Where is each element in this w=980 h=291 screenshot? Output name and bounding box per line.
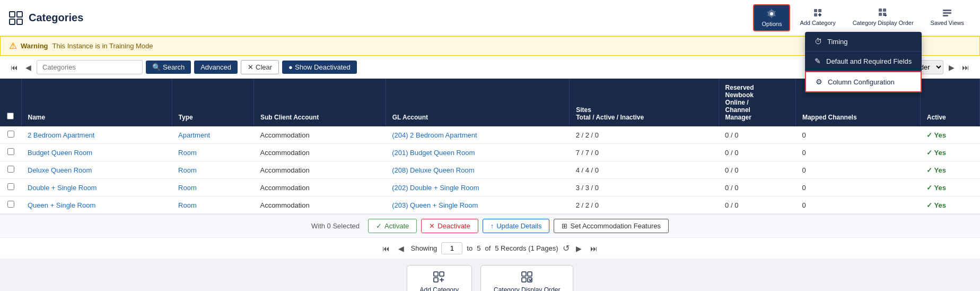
column-config-menu-item[interactable]: ⚙ Column Configuration (805, 71, 922, 92)
row-checkbox[interactable] (7, 148, 14, 155)
display-order-icon (878, 7, 888, 18)
upload-icon: ↑ (491, 222, 494, 230)
row-reserved: 0 / 0 (719, 196, 795, 214)
search-button[interactable]: 🔍 Search (146, 61, 191, 74)
search-input[interactable] (37, 60, 143, 74)
add-category-button[interactable]: Add Category (792, 4, 843, 31)
table-row: 2 Bedroom Apartment Apartment Accommodat… (0, 126, 980, 144)
options-icon (766, 8, 777, 19)
type-link[interactable]: Room (178, 166, 197, 174)
row-checkbox-cell (0, 161, 21, 179)
categories-table-container: Name Type Sub Client Account GL Account … (0, 79, 980, 214)
type-link[interactable]: Room (178, 149, 197, 157)
advanced-button[interactable]: Advanced (194, 61, 238, 74)
page-prev-button[interactable]: ◀ (396, 243, 406, 254)
saved-views-button[interactable]: Saved Views (923, 4, 972, 31)
add-category-bottom-icon (433, 271, 445, 284)
gl-account-link[interactable]: (208) Deluxe Queen Room (392, 166, 474, 174)
gl-account-header: GL Account (386, 79, 569, 126)
gl-account-link[interactable]: (202) Double + Single Room (392, 184, 479, 192)
gl-account-link[interactable]: (201) Budget Queen Room (392, 149, 475, 157)
name-link[interactable]: Double + Single Room (28, 184, 97, 192)
circle-icon: ● (288, 63, 293, 71)
saved-views-icon (942, 7, 952, 18)
row-active: ✓ Yes (920, 161, 979, 179)
top-header: Categories Options Add Category (0, 0, 980, 36)
row-checkbox[interactable] (7, 201, 14, 208)
pagination-bar: ⏮ ◀ Showing to 5 of 5 Records (1 Pages) … (0, 237, 980, 259)
active-header: Active (920, 79, 979, 126)
search-icon: 🔍 (152, 63, 161, 71)
update-details-button[interactable]: ↑ Update Details (483, 219, 550, 233)
name-link[interactable]: Budget Queen Room (28, 149, 92, 157)
table-row: Double + Single Room Room Accommodation … (0, 179, 980, 196)
page-next-button[interactable]: ▶ (574, 243, 584, 254)
category-display-order-bottom-button[interactable]: Category Display Order (480, 265, 573, 291)
to-value: 5 (477, 244, 480, 252)
row-type: Apartment (172, 126, 253, 144)
name-link[interactable]: Queen + Single Room (28, 201, 95, 209)
set-features-button[interactable]: ⊞ Set Accommodation Features (554, 219, 669, 233)
page-title: Categories (8, 11, 83, 25)
row-sub-client: Accommodation (253, 161, 386, 179)
options-button[interactable]: Options (753, 4, 790, 31)
timing-menu-item[interactable]: ⏱ Timing (805, 32, 922, 52)
row-gl-account: (204) 2 Bedroom Apartment (386, 126, 569, 144)
svg-rect-5 (814, 9, 817, 12)
svg-rect-20 (522, 278, 526, 282)
clear-button[interactable]: ✕ Clear (241, 60, 279, 74)
of-label: of (485, 244, 491, 252)
warning-badge: Warning (21, 42, 48, 50)
nav-next-button[interactable]: ▶ (947, 62, 957, 73)
reserved-header: ReservedNewbookOnline /ChannelManager (719, 79, 795, 126)
svg-rect-18 (522, 272, 526, 276)
gl-account-link[interactable]: (203) Queen + Single Room (392, 201, 478, 209)
row-reserved: 0 / 0 (719, 161, 795, 179)
row-reserved: 0 / 0 (719, 179, 795, 196)
category-display-order-button[interactable]: Category Display Order (845, 4, 921, 31)
grid-icon: ⊞ (562, 222, 567, 230)
row-gl-account: (208) Deluxe Queen Room (386, 161, 569, 179)
select-all-checkbox[interactable] (7, 113, 14, 119)
table-row: Deluxe Queen Room Room Accommodation (20… (0, 161, 980, 179)
timing-icon: ⏱ (815, 37, 822, 46)
row-checkbox-cell (0, 126, 21, 144)
row-checkbox[interactable] (7, 131, 14, 138)
type-link[interactable]: Room (178, 184, 197, 192)
add-category-bottom-button[interactable]: Add Category (407, 265, 472, 291)
row-name: Queen + Single Room (21, 196, 172, 214)
action-bar: With 0 Selected ✓ Activate ✕ Deactivate … (0, 214, 980, 237)
row-reserved: 0 / 0 (719, 144, 795, 161)
gl-account-link[interactable]: (204) 2 Bedroom Apartment (392, 131, 477, 139)
nav-last-button[interactable]: ⏭ (960, 62, 972, 73)
svg-rect-13 (943, 12, 951, 14)
nav-first-button[interactable]: ⏮ (8, 62, 20, 73)
svg-rect-15 (434, 272, 438, 276)
categories-table: Name Type Sub Client Account GL Account … (0, 79, 980, 214)
page-input[interactable] (441, 242, 462, 254)
refresh-button[interactable]: ↺ (563, 243, 570, 253)
default-required-menu-item[interactable]: ✎ Default and Required Fields (805, 52, 922, 71)
nav-prev-button[interactable]: ◀ (23, 62, 33, 73)
show-deactivated-button[interactable]: ● Show Deactivated (282, 61, 357, 74)
name-link[interactable]: Deluxe Queen Room (28, 166, 92, 174)
categories-icon (8, 11, 23, 25)
svg-rect-0 (10, 12, 15, 17)
activate-button[interactable]: ✓ Activate (368, 219, 417, 233)
page-last-button[interactable]: ⏭ (588, 243, 600, 254)
display-order-bottom-icon (521, 271, 533, 284)
row-checkbox-cell (0, 144, 21, 161)
warning-icon: ⚠ (9, 41, 16, 51)
svg-rect-7 (814, 13, 817, 16)
type-link[interactable]: Room (178, 201, 197, 209)
svg-rect-3 (17, 19, 22, 24)
deactivate-button[interactable]: ✕ Deactivate (421, 219, 478, 233)
name-link[interactable]: 2 Bedroom Apartment (28, 131, 94, 139)
row-checkbox[interactable] (7, 166, 14, 173)
svg-rect-14 (943, 15, 948, 16)
row-name: Double + Single Room (21, 179, 172, 196)
type-link[interactable]: Apartment (178, 131, 210, 139)
row-checkbox[interactable] (7, 183, 14, 190)
svg-rect-6 (818, 9, 821, 12)
page-first-button[interactable]: ⏮ (380, 243, 392, 254)
